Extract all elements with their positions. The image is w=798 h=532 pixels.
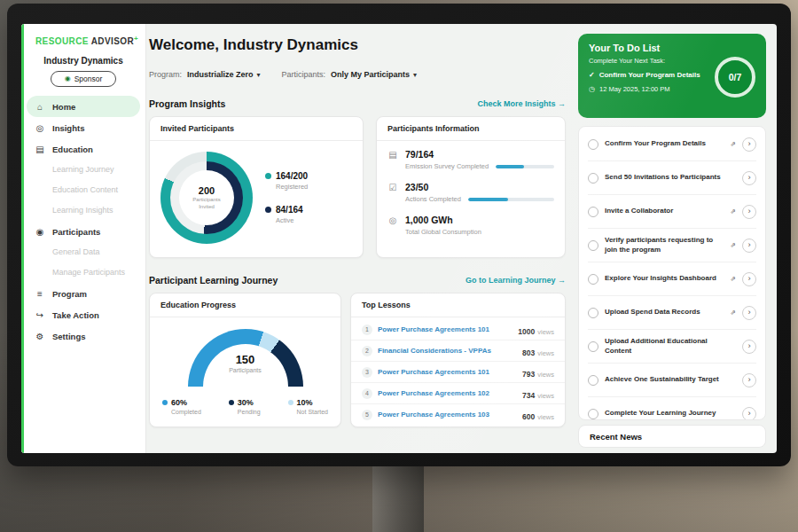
task-item-complete-learning-journey[interactable]: Complete Your Learning Journey › [588,397,756,420]
sidebar-item-education-content[interactable]: Education Content [21,180,145,200]
invited-participants-card: Invited Participants 200 Participants In… [149,116,364,258]
insights-icon: ◎ [35,123,45,133]
top-lessons-body: 1 Power Purchase Agreements 101 1000view… [351,317,565,425]
dashboard-screen: RESOURCE ADVISOR+ Industry Dynamics ◉ Sp… [21,24,777,453]
sidebar-item-insights[interactable]: ◎ Insights [21,117,145,138]
donut-center-label: Participants Invited [187,197,226,210]
clock-icon: ◷ [589,85,595,93]
external-link-icon: ⇗ [731,309,736,317]
invited-donut: 200 Participants Invited [160,152,253,244]
sidebar-item-manage-participants[interactable]: Manage Participants [21,262,145,283]
task-checkbox[interactable] [588,409,598,419]
sidebar-item-label: Take Action [52,310,99,320]
lesson-link[interactable]: Power Purchase Agreements 101 [378,368,517,376]
task-checkbox[interactable] [588,341,598,352]
info-row-actions: ☑23/50 Actions Completed [387,182,554,203]
chevron-right-icon[interactable]: › [742,373,756,387]
lesson-link[interactable]: Financial Considerations - VPPAs [378,347,517,355]
chevron-right-icon[interactable]: › [742,205,756,219]
lesson-row: 2 Financial Considerations - VPPAs 803vi… [351,340,565,362]
program-select[interactable]: Program: Industrialize Zero ▾ [149,70,261,79]
program-value: Industrialize Zero [187,70,254,79]
section-title: Participant Learning Journey [149,275,278,286]
sidebar-item-label: Education [52,145,93,154]
sidebar-item-home[interactable]: ⌂ Home [27,96,140,117]
invited-legend: 164/200 Registered 84/164 Active [265,171,308,224]
top-lessons-card: Top Lessons 1 Power Purchase Agreements … [350,293,566,427]
todo-title: Your To Do List [589,43,713,53]
sidebar-item-program[interactable]: ≡ Program [21,283,145,304]
lesson-link[interactable]: Power Purchase Agreements 103 [378,411,517,419]
go-to-learning-journey-link[interactable]: Go to Learning Journey → [466,276,566,285]
chevron-right-icon[interactable]: › [742,340,756,354]
external-link-icon: ⇗ [731,241,736,249]
education-icon: ▤ [35,145,45,154]
sidebar-item-take-action[interactable]: ↪ Take Action [21,304,145,325]
task-item-send-invitations[interactable]: Send 50 Invitations to Participants › [588,161,756,195]
task-checkbox[interactable] [588,173,598,184]
consumption-icon: ◎ [387,215,398,225]
task-item-verify-participants[interactable]: Verify participants requesting to join t… [588,229,756,262]
sidebar-item-label: Participants [52,227,100,237]
program-icon: ≡ [35,289,45,299]
chevron-right-icon[interactable]: › [742,137,756,152]
lesson-link[interactable]: Power Purchase Agreements 101 [378,325,512,333]
task-checkbox[interactable] [588,308,598,318]
gauge-center: 150 Participants [188,353,303,373]
task-item-upload-educational-content[interactable]: Upload Additional Educational Content › [588,330,756,364]
todo-task-list: Confirm Your Program Details ⇗ › Send 50… [578,126,766,420]
check-more-insights-link[interactable]: Check More Insights → [477,99,566,108]
survey-icon: ▤ [387,150,398,160]
task-item-upload-spend-data[interactable]: Upload Spend Data Records ⇗ › [588,296,756,330]
chevron-down-icon: ▾ [257,71,261,79]
chevron-right-icon[interactable]: › [742,239,756,253]
invited-participants-body: 200 Participants Invited 164/200 Registe… [150,141,363,244]
chevron-right-icon[interactable]: › [742,171,756,185]
rank-badge: 3 [362,367,372,378]
task-checkbox[interactable] [588,375,598,386]
participants-icon: ◉ [35,227,45,237]
sidebar-item-learning-insights[interactable]: Learning Insights [21,200,145,221]
check-icon: ✓ [589,71,595,80]
info-progress-fill [468,198,508,201]
main-content: Welcome, Industry Dynamics Program: Indu… [149,24,566,453]
task-item-invite-collaborator[interactable]: Invite a Collaborator ⇗ › [588,195,756,229]
chevron-right-icon[interactable]: › [742,407,756,421]
chevron-right-icon[interactable]: › [742,306,756,320]
progress-bar [496,165,554,168]
lesson-row: 1 Power Purchase Agreements 101 1000view… [351,319,565,340]
chevron-right-icon[interactable]: › [742,272,756,286]
logo-resource: RESOURCE [35,36,89,46]
todo-next-task[interactable]: ✓Confirm Your Program Details [589,71,713,80]
page-title: Welcome, Industry Dynamics [149,36,358,54]
sidebar-item-label: Insights [52,123,84,133]
legend-item: 164/200 Registered [265,171,308,191]
participants-value: Only My Participants [331,70,410,79]
take-action-icon: ↪ [35,310,45,320]
task-item-explore-insights[interactable]: Explore Your Insights Dashboard ⇗ › [588,262,756,296]
sidebar-item-participants[interactable]: ◉ Participants [21,221,145,242]
task-item-confirm-program[interactable]: Confirm Your Program Details ⇗ › [588,128,756,161]
recent-news-title: Recent News [590,432,642,442]
sidebar-item-general-data[interactable]: General Data [21,242,145,262]
task-checkbox[interactable] [588,139,598,150]
card-title: Participants Information [377,117,565,141]
participants-information-card: Participants Information ▤79/164 Emissio… [376,116,566,258]
sidebar-item-education[interactable]: ▤ Education [21,138,145,160]
sidebar-item-learning-journey[interactable]: Learning Journey [21,160,145,180]
sponsor-badge[interactable]: ◉ Sponsor [51,71,116,87]
lesson-row: 4 Power Purchase Agreements 102 734views [351,383,565,404]
logo-plus: + [134,35,138,43]
external-link-icon: ⇗ [731,207,736,215]
external-link-icon: ⇗ [731,140,736,148]
sidebar-item-settings[interactable]: ⚙ Settings [21,325,145,347]
task-checkbox[interactable] [588,274,598,285]
task-item-achieve-sustainability-target[interactable]: Achieve One Sustainability Target › [588,364,756,397]
info-row-emission-survey: ▤79/164 Emission Survey Completed [387,149,554,170]
task-checkbox[interactable] [588,207,598,217]
lesson-link[interactable]: Power Purchase Agreements 102 [378,389,517,397]
task-checkbox[interactable] [588,240,598,251]
participants-select[interactable]: Participants: Only My Participants ▾ [282,70,418,79]
participants-information-body: ▤79/164 Emission Survey Completed ☑23/50… [377,141,565,236]
recent-news-card[interactable]: Recent News [578,425,766,448]
